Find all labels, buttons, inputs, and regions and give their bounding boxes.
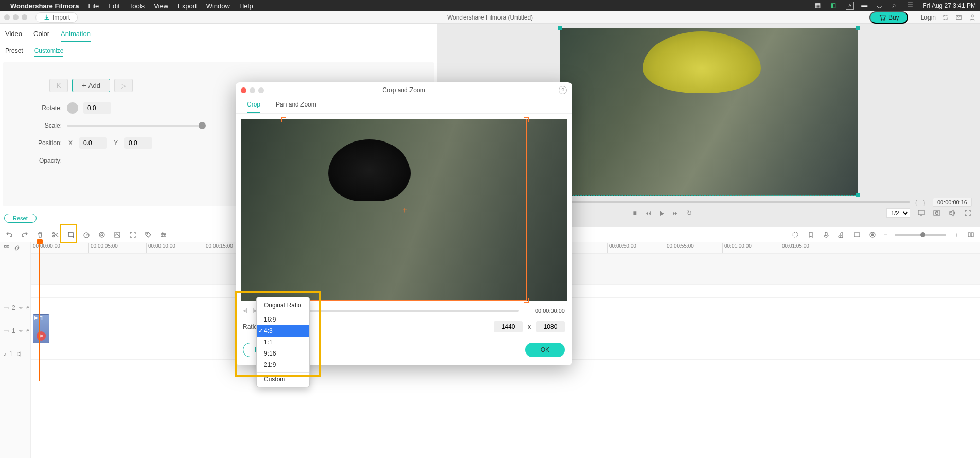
status-search-icon[interactable]: ⌕ <box>892 2 900 10</box>
next-keyframe-button[interactable]: ▷ <box>114 79 133 92</box>
undo-icon[interactable] <box>5 231 13 239</box>
crop-width-input[interactable] <box>494 321 523 332</box>
track-audio1-icon[interactable]: ♪ <box>3 350 6 358</box>
menu-help[interactable]: Help <box>239 2 253 10</box>
ratio-option-custom[interactable]: Custom <box>257 372 309 385</box>
subtab-preset[interactable]: Preset <box>5 47 23 57</box>
menubar-clock[interactable]: Fri Aug 27 3:41 PM <box>923 2 976 9</box>
app-name[interactable]: Wondershare Filmora <box>10 2 79 10</box>
tab-pan-zoom[interactable]: Pan and Zoom <box>276 101 316 113</box>
tab-video[interactable]: Video <box>5 30 22 42</box>
status-control-center-icon[interactable]: ☰ <box>907 2 916 10</box>
preview-play-icon[interactable]: ▶ <box>660 209 664 217</box>
keyframe-icon[interactable] <box>129 231 137 239</box>
ratio-option-original[interactable]: Original Ratio <box>257 299 309 312</box>
tab-animation[interactable]: Animation <box>61 30 91 42</box>
account-icon[interactable] <box>969 14 976 21</box>
position-y-input[interactable] <box>124 137 152 149</box>
tracks-link-icon[interactable] <box>13 244 21 252</box>
split-icon[interactable] <box>51 231 60 239</box>
crop-handle-tl[interactable] <box>281 117 286 122</box>
track-video2-lock-icon[interactable] <box>26 304 30 311</box>
menu-tools[interactable]: Tools <box>129 2 145 10</box>
ratio-option-9-16[interactable]: 9:16 <box>257 348 309 359</box>
ratio-option-21-9[interactable]: 21:9 <box>257 359 309 370</box>
crop-rectangle[interactable]: ＋ <box>283 119 527 301</box>
crop-height-input[interactable] <box>536 321 565 332</box>
dialog-ok-button[interactable]: OK <box>525 343 565 357</box>
track-audio1-mute-icon[interactable] <box>16 350 23 358</box>
import-button[interactable]: Import <box>35 12 78 23</box>
color-icon[interactable] <box>98 231 106 239</box>
render-icon[interactable] <box>853 231 861 239</box>
status-a-icon[interactable]: A <box>846 2 854 10</box>
preview-volume-icon[interactable] <box>948 209 956 217</box>
timeline-playhead[interactable] <box>39 242 40 381</box>
rotate-knob[interactable] <box>67 102 78 114</box>
redo-icon[interactable] <box>21 231 29 239</box>
dialog-traffic-lights[interactable] <box>241 87 264 93</box>
dialog-help-icon[interactable]: ? <box>559 86 567 94</box>
track-video2-eye-icon[interactable] <box>19 304 23 311</box>
window-traffic-lights[interactable] <box>4 14 27 20</box>
resize-handle-br[interactable] <box>856 193 860 197</box>
adjust-icon[interactable] <box>159 231 168 239</box>
preview-snapshot-icon[interactable] <box>933 209 941 217</box>
track-video1-lock-icon[interactable] <box>26 327 30 334</box>
tag-icon[interactable] <box>144 231 152 239</box>
prev-keyframe-button[interactable]: K <box>49 79 68 92</box>
position-x-input[interactable] <box>79 137 107 149</box>
buy-button[interactable]: Buy <box>869 11 908 24</box>
scale-slider[interactable] <box>67 125 206 127</box>
menu-file[interactable]: File <box>88 2 99 10</box>
menu-edit[interactable]: Edit <box>108 2 119 10</box>
cloud-sync-icon[interactable] <box>942 14 949 21</box>
ratio-option-16-9[interactable]: 16:9 <box>257 314 309 325</box>
zoom-in-icon[interactable]: ＋ <box>953 231 959 239</box>
status-battery-icon[interactable]: ▬ <box>861 2 869 10</box>
menu-window[interactable]: Window <box>206 2 230 10</box>
preview-speed-select[interactable]: 1/2 <box>886 208 910 218</box>
timeline-clip[interactable]: ▶ Tr ✂ <box>33 314 49 343</box>
preview-next-icon[interactable]: ⏭ <box>672 209 679 217</box>
mail-icon[interactable] <box>955 14 963 21</box>
preview-fullscreen-icon[interactable] <box>964 209 972 217</box>
preview-display-icon[interactable] <box>917 209 925 217</box>
preview-canvas[interactable] <box>560 28 858 196</box>
preview-loop-icon[interactable]: ↻ <box>687 209 692 217</box>
tab-color[interactable]: Color <box>33 30 49 42</box>
voiceover-icon[interactable] <box>822 231 830 239</box>
login-link[interactable]: Login <box>921 14 936 21</box>
crop-handle-br[interactable] <box>524 298 529 303</box>
status-wifi-icon[interactable]: ◡ <box>877 2 885 10</box>
crop-icon[interactable] <box>67 231 75 239</box>
menu-view[interactable]: View <box>154 2 168 10</box>
add-keyframe-button[interactable]: +Add <box>72 79 110 92</box>
crop-preview[interactable]: ＋ <box>241 119 567 301</box>
speed-icon[interactable] <box>82 231 91 239</box>
subtab-customize[interactable]: Customize <box>34 47 64 57</box>
audio-icon[interactable] <box>838 231 846 239</box>
tracks-manage-icon[interactable] <box>3 244 10 252</box>
rotate-input[interactable] <box>83 102 111 114</box>
ratio-option-1-1[interactable]: 1:1 <box>257 337 309 348</box>
track-video1-eye-icon[interactable] <box>19 327 23 334</box>
preview-stop-icon[interactable]: ■ <box>633 209 636 217</box>
properties-reset-button[interactable]: Reset <box>4 214 37 223</box>
resize-handle-tl[interactable] <box>558 26 562 30</box>
preview-prev-icon[interactable]: ⏮ <box>645 209 651 217</box>
crop-handle-tr[interactable] <box>524 117 529 122</box>
track-video2-icon[interactable]: ▭ <box>3 304 9 311</box>
record-icon[interactable] <box>868 231 877 239</box>
menu-export[interactable]: Export <box>177 2 197 10</box>
marker-icon[interactable] <box>807 231 815 239</box>
zoom-out-icon[interactable]: − <box>884 231 887 238</box>
track-video1-icon[interactable]: ▭ <box>3 327 9 334</box>
timeline-zoom-slider[interactable] <box>895 234 946 236</box>
status-filmora-icon[interactable]: ◧ <box>830 2 839 10</box>
resize-handle-tr[interactable] <box>856 26 860 30</box>
mixer-icon[interactable] <box>791 231 799 239</box>
clip-split-badge-icon[interactable]: ✂ <box>37 331 46 341</box>
zoom-fit-icon[interactable] <box>967 231 975 239</box>
delete-icon[interactable] <box>36 231 44 239</box>
